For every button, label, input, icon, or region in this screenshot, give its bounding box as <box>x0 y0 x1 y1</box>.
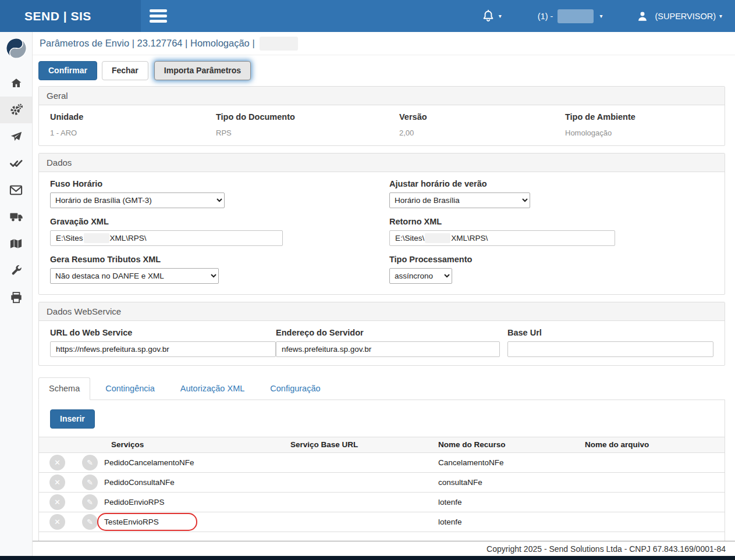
field-fuso-horario: Fuso Horário Horário de Brasília (GMT-3) <box>50 179 389 208</box>
edit-row-icon[interactable]: ✎ <box>82 455 98 470</box>
panel-dados: Dados Fuso Horário Horário de Brasília (… <box>38 153 725 295</box>
retorno-xml-input[interactable]: E:\Sites\XML\RPS\ <box>389 230 615 246</box>
map-icon <box>9 238 23 249</box>
delete-row-icon[interactable]: ✕ <box>49 455 65 470</box>
user-menu[interactable]: (SUPERVISOR) ▾ <box>636 10 722 23</box>
tab-autorizacao-xml[interactable]: Autorização XML <box>170 377 255 400</box>
table-row: ✕ ✎ PedidoConsultaNFe consultaNFe <box>39 473 725 493</box>
envelope-icon <box>9 184 23 196</box>
printer-icon <box>10 291 23 304</box>
home-icon <box>10 77 23 90</box>
panel-geral-title: Geral <box>39 87 725 105</box>
field-horario-verao: Ajustar horário de verão Horário de Bras… <box>389 179 713 208</box>
field-base-url: Base Url <box>507 328 713 357</box>
sidebar-item-mail[interactable] <box>0 177 32 204</box>
app-logo[interactable] <box>0 35 32 62</box>
col-servicos: Serviços <box>102 440 265 449</box>
double-check-icon <box>9 157 23 170</box>
notifications-dropdown[interactable]: ▾ <box>481 9 502 24</box>
sidebar-item-tasks[interactable] <box>0 150 32 177</box>
tab-schema[interactable]: Schema <box>38 377 90 400</box>
endereco-servidor-input[interactable] <box>276 341 500 357</box>
redacted-company-name <box>558 9 594 23</box>
field-retorno-xml: Retorno XML E:\Sites\XML\RPS\ <box>389 217 713 246</box>
company-prefix: (1) - <box>538 12 553 21</box>
sidebar-item-tools[interactable] <box>0 257 32 284</box>
chevron-down-icon: ▾ <box>719 13 722 19</box>
base-url-input[interactable] <box>507 341 713 357</box>
sidebar-item-settings[interactable] <box>0 97 32 123</box>
breadcrumb: Parâmetros de Envio | 23.127764 | Homolo… <box>40 38 255 49</box>
user-role-label: (SUPERVISOR) <box>655 12 715 21</box>
field-url-webservice: URL do Web Service <box>50 328 276 357</box>
toolbar: Confirmar Fechar Importa Parâmetros <box>38 61 725 80</box>
col-servico-base-url: Serviço Base URL <box>265 440 404 449</box>
edit-row-icon[interactable]: ✎ <box>82 494 98 510</box>
delete-row-icon[interactable]: ✕ <box>49 514 65 530</box>
field-tipo-processamento: Tipo Processamento assíncrono <box>389 255 713 284</box>
horario-verao-select[interactable]: Horário de Brasília <box>389 192 530 208</box>
truck-icon <box>9 211 23 223</box>
top-navbar: SEND | SIS ▾ (1) - ▾ (S <box>0 0 735 32</box>
tab-configuracao[interactable]: Configuração <box>260 377 331 400</box>
edit-row-icon[interactable]: ✎ <box>82 514 98 530</box>
field-versao: Versão 2,00 <box>399 112 565 137</box>
chevron-down-icon: ▾ <box>599 13 602 19</box>
col-nome-arquivo: Nome do arquivo <box>567 440 725 449</box>
delete-row-icon[interactable]: ✕ <box>49 475 65 490</box>
gera-resumo-select[interactable]: Não destaca no DANFE e XML <box>50 268 219 284</box>
field-tipo-ambiente: Tipo de Ambiente Homologação <box>565 112 713 137</box>
field-gera-resumo: Gera Resumo Tributos XML Não destaca no … <box>50 255 389 284</box>
sidebar <box>0 32 33 556</box>
navbar-right: ▾ (1) - ▾ (SUPERVISOR) ▾ <box>481 9 735 24</box>
hamburger-menu-icon[interactable] <box>150 9 167 23</box>
user-icon <box>636 10 649 23</box>
import-parameters-button[interactable]: Importa Parâmetros <box>154 61 251 80</box>
close-button[interactable]: Fechar <box>102 61 148 80</box>
gravacao-xml-input[interactable]: E:\SitesXML\RPS\ <box>50 230 283 246</box>
col-nome-recurso: Nome do Recurso <box>404 440 567 449</box>
services-table: Serviços Serviço Base URL Nome do Recurs… <box>39 437 725 532</box>
redacted-path-segment <box>425 233 450 243</box>
red-annotation-circle: TesteEnvioRPS <box>97 513 197 531</box>
panel-webservice-title: Dados WebService <box>39 302 725 321</box>
paper-plane-icon <box>10 130 23 143</box>
panel-dados-title: Dados <box>39 154 725 172</box>
company-selector[interactable]: (1) - ▾ <box>538 9 603 23</box>
copyright-text: Copyright 2025 - Send Solutions Ltda - C… <box>487 544 726 554</box>
url-webservice-input[interactable] <box>50 341 276 357</box>
gears-icon <box>9 103 23 117</box>
wrench-icon <box>10 264 23 277</box>
app-window: SEND | SIS ▾ (1) - ▾ (S <box>0 0 735 560</box>
insert-button[interactable]: Inserir <box>50 409 95 429</box>
tipo-processamento-select[interactable]: assíncrono <box>389 268 452 284</box>
redacted-path-segment <box>84 233 109 243</box>
sidebar-item-transport[interactable] <box>0 204 32 230</box>
bottom-bar <box>0 556 735 560</box>
field-unidade: Unidade 1 - ARO <box>50 112 216 137</box>
footer: Copyright 2025 - Send Solutions Ltda - C… <box>33 541 735 556</box>
confirm-button[interactable]: Confirmar <box>38 61 97 80</box>
table-row: ✕ ✎ PedidoCancelamentoNFe CancelamentoNF… <box>39 453 725 473</box>
field-gravacao-xml: Gravação XML E:\SitesXML\RPS\ <box>50 217 389 246</box>
fuso-horario-select[interactable]: Horário de Brasília (GMT-3) <box>50 192 225 208</box>
tab-contingencia[interactable]: Contingência <box>95 377 165 400</box>
bell-icon <box>481 9 495 24</box>
tab-bar: Schema Contingência Autorização XML Conf… <box>38 377 725 400</box>
sidebar-item-home[interactable] <box>0 70 32 97</box>
schema-tab-panel: Inserir Serviços Serviço Base URL Nome d… <box>38 400 725 544</box>
panel-geral: Geral Unidade 1 - ARO Tipo do Documento … <box>38 86 725 146</box>
redacted-breadcrumb-segment <box>260 37 298 51</box>
field-tipo-documento: Tipo do Documento RPS <box>216 112 399 137</box>
table-row-highlighted: ✕ ✎ TesteEnvioRPS lotenfe <box>39 512 725 532</box>
app-brand: SEND | SIS <box>0 0 141 32</box>
table-row: ✕ ✎ PedidoEnvioRPS lotenfe <box>39 493 725 512</box>
edit-row-icon[interactable]: ✎ <box>82 475 98 490</box>
sidebar-item-map[interactable] <box>0 230 32 257</box>
chevron-down-icon: ▾ <box>499 13 502 19</box>
sidebar-item-send[interactable] <box>0 123 32 150</box>
sidebar-item-print[interactable] <box>0 284 32 311</box>
breadcrumb-bar: Parâmetros de Envio | 23.127764 | Homolo… <box>33 32 735 55</box>
delete-row-icon[interactable]: ✕ <box>49 494 65 510</box>
field-endereco-servidor: Endereço do Servidor <box>276 328 507 357</box>
